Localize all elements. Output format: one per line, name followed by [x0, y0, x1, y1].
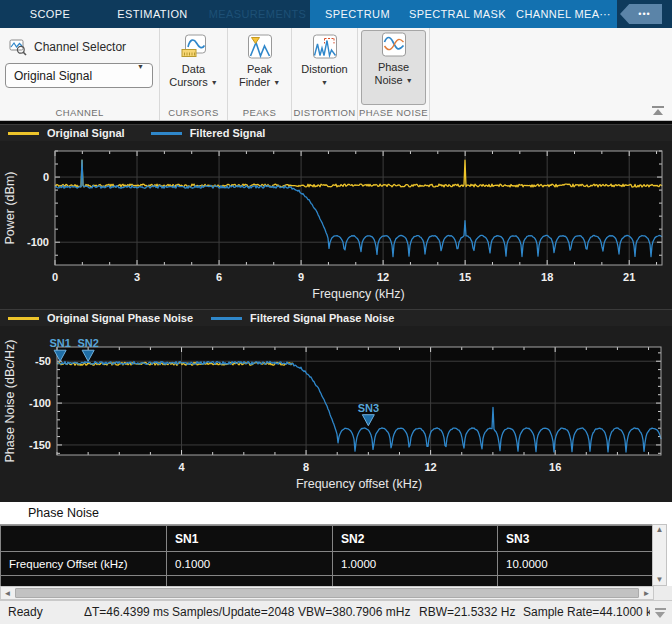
legend-line-yellow	[8, 317, 39, 320]
tab-measurements[interactable]: MEASUREMENTS	[205, 0, 310, 28]
cell-sn1-frequency-offset[interactable]: 0.1000	[167, 552, 333, 576]
data-cursors-label-line2: Cursors	[169, 76, 208, 88]
y-tick-label: -100	[29, 397, 51, 409]
peak-finder-label-line2: Finder	[239, 76, 270, 88]
status-bar: Ready ΔT=46.4399 ms Samples/Update=2048 …	[0, 600, 672, 624]
y-tick-label: -50	[35, 355, 51, 367]
x-tick-label: 12	[377, 271, 389, 283]
legend-item-original-signal[interactable]: Original Signal	[8, 127, 125, 139]
legend-item-original-phase-noise[interactable]: Original Signal Phase Noise	[8, 312, 193, 324]
y-tick-label: 0	[43, 171, 49, 183]
status-vbw: VBW=380.7906 mHz	[298, 605, 410, 619]
channel-dropdown-value: Original Signal	[14, 69, 92, 83]
data-cursors-label-line1: Data	[182, 63, 205, 75]
tab-spectrum[interactable]: SPECTRUM	[310, 0, 405, 28]
phase-noise-plot-legend: Original Signal Phase Noise Filtered Sig…	[0, 309, 672, 326]
legend-label: Filtered Signal Phase Noise	[250, 312, 394, 324]
table-row: Frequency Offset (kHz) 0.1000 1.0000 10.…	[1, 552, 653, 576]
marker-label-sn2: SN2	[77, 337, 98, 349]
table-vertical-scrollbar[interactable]: ▲ ▼	[652, 524, 667, 586]
phase-noise-panel-title: Phase Noise	[0, 502, 672, 524]
scroll-right-icon[interactable]: ►	[640, 589, 653, 598]
toolbar-spacer	[430, 28, 672, 120]
channel-selector-icon	[9, 38, 27, 56]
cursors-section-label: CURSORS	[160, 107, 227, 118]
table-header-sn1: SN1	[167, 526, 333, 552]
status-ready: Ready	[8, 605, 43, 619]
x-axis-label: Frequency (kHz)	[312, 287, 404, 301]
phase-noise-section-label: PHASE NOISE	[358, 107, 429, 118]
status-rbw: RBW=21.5332 Hz	[419, 605, 515, 619]
scrollbar-thumb[interactable]	[15, 588, 639, 598]
collapse-toolstrip-icon[interactable]	[652, 106, 665, 115]
chevron-down-icon: ▼	[137, 63, 144, 70]
table-header-row: SN1 SN2 SN3	[1, 526, 653, 552]
distortion-button[interactable]: Distortion ▼ DISTORTION	[292, 28, 358, 120]
data-cursors-icon	[181, 34, 207, 60]
chevron-down-icon: ▼	[321, 79, 328, 86]
phase-noise-panel: Phase Noise SN1 SN2 SN3 Frequency Offset…	[0, 502, 672, 600]
legend-item-filtered-phase-noise[interactable]: Filtered Signal Phase Noise	[211, 312, 394, 324]
marker-label-sn3: SN3	[358, 402, 379, 414]
x-tick-label: 12	[424, 461, 436, 473]
scrollbar-corner	[654, 586, 672, 600]
chevron-down-icon: ▼	[211, 79, 218, 86]
y-tick-label: -150	[29, 439, 51, 451]
legend-label: Filtered Signal	[190, 127, 266, 139]
y-axis-label: Phase Noise (dBc/Hz)	[3, 340, 17, 463]
x-tick-label: 4	[178, 461, 185, 473]
legend-line-blue	[211, 317, 242, 320]
table-horizontal-scrollbar[interactable]: ◄ ►	[0, 586, 654, 600]
peak-finder-label-line1: Peak	[247, 63, 272, 75]
x-tick-label: 9	[298, 271, 304, 283]
status-sample-rate: Sample Rate=44.1000 kHz	[523, 605, 667, 619]
status-delta-t: ΔT=46.4399 ms	[84, 605, 169, 619]
legend-line-yellow	[8, 132, 39, 135]
legend-line-blue	[151, 132, 182, 135]
peak-finder-icon	[247, 34, 273, 60]
scroll-left-icon[interactable]: ◄	[1, 589, 14, 598]
peaks-section-label: PEAKS	[228, 107, 291, 118]
chevron-down-icon: ▼	[273, 79, 280, 86]
scroll-up-icon[interactable]: ▲	[656, 525, 664, 535]
status-collapse-icon[interactable]	[650, 601, 672, 624]
status-samples-per-update: Samples/Update=2048	[172, 605, 294, 619]
channel-group: Channel Selector Original Signal ▼ CHANN…	[0, 28, 160, 120]
phase-noise-label-line1: Phase	[378, 61, 409, 73]
phase-noise-button[interactable]: Phase Noise ▼ PHASE NOISE	[358, 28, 430, 120]
plots-area: Original Signal Filtered Signal 03691215…	[0, 121, 672, 502]
channel-dropdown[interactable]: Original Signal ▼	[5, 63, 153, 88]
scroll-down-icon[interactable]: ▼	[656, 575, 664, 585]
data-cursors-button[interactable]: Data Cursors ▼ CURSORS	[160, 28, 228, 120]
x-axis-label: Frequency offset (kHz)	[296, 477, 422, 491]
x-tick-label: 18	[541, 271, 553, 283]
table-header-empty	[1, 526, 167, 552]
power-plot-legend: Original Signal Filtered Signal	[0, 124, 672, 141]
distortion-section-label: DISTORTION	[292, 107, 357, 118]
y-axis-label: Power (dBm)	[3, 172, 17, 245]
y-tick-label: -100	[27, 236, 49, 248]
legend-item-filtered-signal[interactable]: Filtered Signal	[151, 127, 266, 139]
tab-channel-measurements[interactable]: CHANNEL MEA⋯	[510, 0, 617, 28]
power-spectrum-plot[interactable]: 0369121518210-100Frequency (kHz)Power (d…	[0, 141, 672, 309]
peak-finder-button[interactable]: Peak Finder ▼ PEAKS	[228, 28, 292, 120]
x-tick-label: 16	[549, 461, 561, 473]
marker-label-sn1: SN1	[49, 337, 70, 349]
contextual-tab-group: SPECTRUM SPECTRAL MASK CHANNEL MEA⋯	[310, 0, 617, 28]
tab-estimation[interactable]: ESTIMATION	[100, 0, 205, 28]
legend-label: Original Signal Phase Noise	[47, 312, 193, 324]
tab-scope[interactable]: SCOPE	[0, 0, 100, 28]
table-header-sn3: SN3	[498, 526, 653, 552]
channel-section-label: CHANNEL	[0, 107, 159, 118]
more-tabs-button[interactable]: •••	[620, 4, 662, 24]
cell-sn2-frequency-offset[interactable]: 1.0000	[333, 552, 498, 576]
phase-noise-plot[interactable]: 481216-50-100-150Frequency offset (kHz)P…	[0, 327, 672, 499]
cell-sn3-frequency-offset[interactable]: 10.0000	[498, 552, 653, 576]
table-row-partial	[1, 576, 653, 587]
x-tick-label: 8	[303, 461, 309, 473]
phase-noise-label-line2: Noise	[374, 74, 402, 86]
tab-bar-spacer: •••	[617, 0, 672, 28]
tab-spectral-mask[interactable]: SPECTRAL MASK	[405, 0, 510, 28]
legend-label: Original Signal	[47, 127, 125, 139]
x-tick-label: 3	[134, 271, 140, 283]
